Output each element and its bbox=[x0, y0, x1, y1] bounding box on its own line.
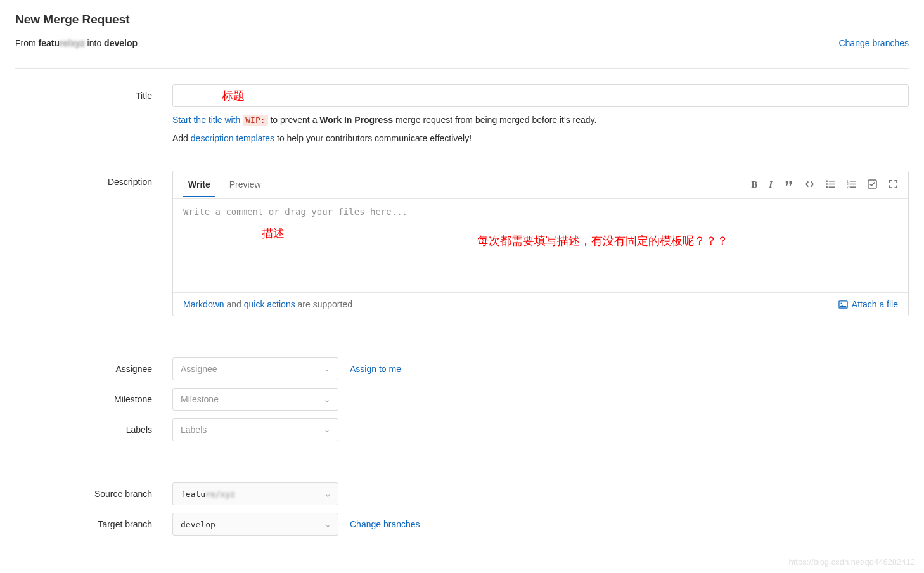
from-label: From bbox=[15, 38, 39, 48]
svg-rect-5 bbox=[829, 186, 835, 188]
assignee-label: Assignee bbox=[15, 357, 172, 374]
fullscreen-icon[interactable] bbox=[889, 179, 898, 191]
change-branches-link-top[interactable]: Change branches bbox=[838, 38, 909, 48]
svg-rect-11 bbox=[850, 186, 856, 188]
title-label: Title bbox=[15, 84, 172, 101]
footer-supported: are supported bbox=[295, 299, 352, 309]
tab-preview[interactable]: Preview bbox=[224, 172, 266, 197]
editor-toolbar: B I 123 bbox=[751, 179, 898, 191]
wip-link[interactable]: Start the title with bbox=[172, 115, 243, 125]
wip-help-suffix: merge request from being merged before i… bbox=[395, 115, 597, 125]
source-branch-name: feature/xyz bbox=[39, 38, 85, 48]
milestone-dropdown[interactable]: Milestone ⌄ bbox=[172, 388, 338, 411]
assign-to-me-link[interactable]: Assign to me bbox=[350, 364, 401, 374]
description-textarea[interactable] bbox=[183, 207, 898, 283]
bullet-list-icon[interactable] bbox=[826, 179, 835, 191]
target-branch-value: develop bbox=[181, 520, 215, 529]
svg-rect-7 bbox=[850, 181, 856, 182]
assignee-dropdown[interactable]: Assignee ⌄ bbox=[172, 357, 338, 380]
svg-point-0 bbox=[826, 180, 828, 181]
tab-write[interactable]: Write bbox=[183, 172, 215, 197]
svg-rect-3 bbox=[829, 183, 835, 184]
page-title: New Merge Request bbox=[15, 13, 909, 27]
change-branches-link-bottom[interactable]: Change branches bbox=[350, 519, 420, 529]
into-label: into bbox=[85, 38, 104, 48]
description-label: Description bbox=[15, 171, 172, 187]
chevron-down-icon: ⌄ bbox=[324, 425, 330, 434]
wip-help-bold: Work In Progress bbox=[319, 115, 393, 125]
wip-help-mid: to prevent a bbox=[270, 115, 319, 125]
svg-point-14 bbox=[840, 302, 842, 304]
image-icon bbox=[838, 300, 848, 309]
milestone-label: Milestone bbox=[15, 388, 172, 404]
templates-help-suffix: to help your contributors communicate ef… bbox=[277, 133, 472, 143]
svg-rect-1 bbox=[829, 181, 835, 182]
target-branch-name: develop bbox=[104, 38, 138, 48]
svg-text:3: 3 bbox=[847, 186, 849, 189]
chevron-down-icon: ⌄ bbox=[326, 520, 330, 529]
description-templates-link[interactable]: description templates bbox=[191, 133, 274, 143]
description-editor: Write Preview B I 123 bbox=[172, 171, 909, 316]
labels-label: Labels bbox=[15, 418, 172, 435]
source-branch-dropdown[interactable]: feature/xyz ⌄ bbox=[172, 482, 338, 505]
tasklist-icon[interactable] bbox=[868, 179, 877, 191]
quick-actions-link[interactable]: quick actions bbox=[244, 299, 295, 309]
divider bbox=[15, 467, 909, 467]
labels-placeholder: Labels bbox=[181, 425, 207, 435]
numbered-list-icon[interactable]: 123 bbox=[847, 179, 856, 191]
footer-and: and bbox=[224, 299, 244, 309]
source-branch-label: Source branch bbox=[15, 482, 172, 499]
milestone-placeholder: Milestone bbox=[181, 394, 219, 404]
svg-point-4 bbox=[826, 186, 828, 187]
svg-rect-9 bbox=[850, 183, 856, 184]
title-input[interactable] bbox=[172, 84, 909, 107]
target-branch-dropdown[interactable]: develop ⌄ bbox=[172, 513, 338, 536]
bold-icon[interactable]: B bbox=[751, 179, 757, 191]
labels-dropdown[interactable]: Labels ⌄ bbox=[172, 418, 338, 441]
chevron-down-icon: ⌄ bbox=[324, 395, 330, 404]
divider bbox=[15, 68, 909, 69]
attach-file-button[interactable]: Attach a file bbox=[838, 299, 898, 309]
quote-icon[interactable] bbox=[784, 179, 793, 191]
markdown-link[interactable]: Markdown bbox=[183, 299, 224, 309]
divider bbox=[15, 342, 909, 342]
code-icon[interactable] bbox=[805, 179, 814, 191]
templates-help-prefix: Add bbox=[172, 133, 191, 143]
assignee-placeholder: Assignee bbox=[181, 364, 217, 374]
wip-code: WIP: bbox=[243, 115, 267, 126]
target-branch-label: Target branch bbox=[15, 513, 172, 529]
chevron-down-icon: ⌄ bbox=[324, 364, 330, 373]
italic-icon[interactable]: I bbox=[769, 179, 773, 191]
svg-point-2 bbox=[826, 183, 828, 184]
branch-summary: From feature/xyz into develop Change bra… bbox=[15, 38, 909, 48]
source-branch-value: featu bbox=[181, 489, 205, 499]
chevron-down-icon: ⌄ bbox=[326, 489, 330, 498]
attach-file-label: Attach a file bbox=[852, 299, 898, 309]
